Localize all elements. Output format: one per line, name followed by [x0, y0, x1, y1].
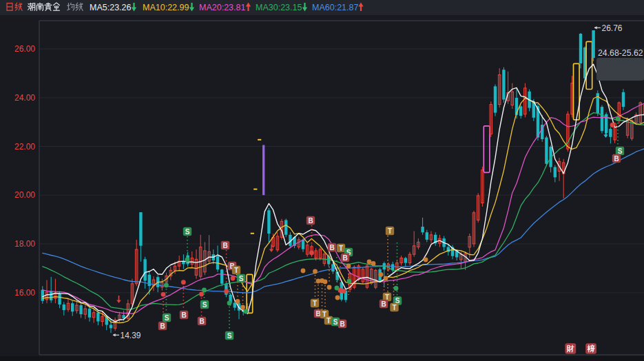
svg-text:20.00: 20.00	[14, 190, 35, 200]
svg-text:S: S	[618, 147, 623, 155]
svg-text:14.39: 14.39	[121, 331, 141, 340]
svg-text:B: B	[160, 322, 165, 330]
svg-text:24.68-25.62: 24.68-25.62	[598, 48, 643, 58]
svg-text:22.00: 22.00	[14, 142, 35, 152]
svg-text:MA20:23.81: MA20:23.81	[199, 3, 245, 12]
svg-text:T: T	[392, 304, 396, 311]
svg-text:S: S	[227, 332, 232, 340]
svg-text:S: S	[239, 275, 244, 282]
svg-text:B: B	[329, 244, 334, 251]
svg-text:B: B	[340, 320, 344, 328]
svg-text:26.76: 26.76	[602, 23, 623, 33]
svg-text:T: T	[339, 245, 343, 252]
svg-text:B: B	[381, 300, 386, 308]
svg-text:B: B	[181, 311, 186, 319]
svg-text:T: T	[313, 300, 317, 307]
svg-text:S: S	[165, 314, 169, 322]
svg-text:MA5:23.26: MA5:23.26	[90, 3, 132, 12]
svg-text:18.00: 18.00	[14, 239, 35, 249]
svg-text:B: B	[199, 318, 204, 325]
svg-text:B: B	[315, 310, 320, 318]
svg-text:26.00: 26.00	[14, 44, 35, 54]
svg-text:MA30:23.15: MA30:23.15	[256, 3, 302, 12]
svg-text:T: T	[234, 267, 238, 274]
svg-text:24.00: 24.00	[14, 93, 35, 103]
svg-text:MA60:21.87: MA60:21.87	[312, 3, 358, 12]
svg-text:B: B	[614, 155, 619, 163]
svg-text:T: T	[388, 227, 392, 235]
svg-text:B: B	[222, 242, 227, 249]
svg-text:B: B	[308, 217, 313, 225]
svg-text:S: S	[185, 228, 190, 236]
svg-text:B: B	[342, 254, 347, 262]
svg-text:16.00: 16.00	[14, 288, 35, 298]
svg-text:T: T	[326, 317, 331, 324]
svg-text:MA10:22.99: MA10:22.99	[143, 3, 189, 12]
svg-text:S: S	[333, 318, 338, 326]
svg-text:S: S	[202, 301, 207, 309]
